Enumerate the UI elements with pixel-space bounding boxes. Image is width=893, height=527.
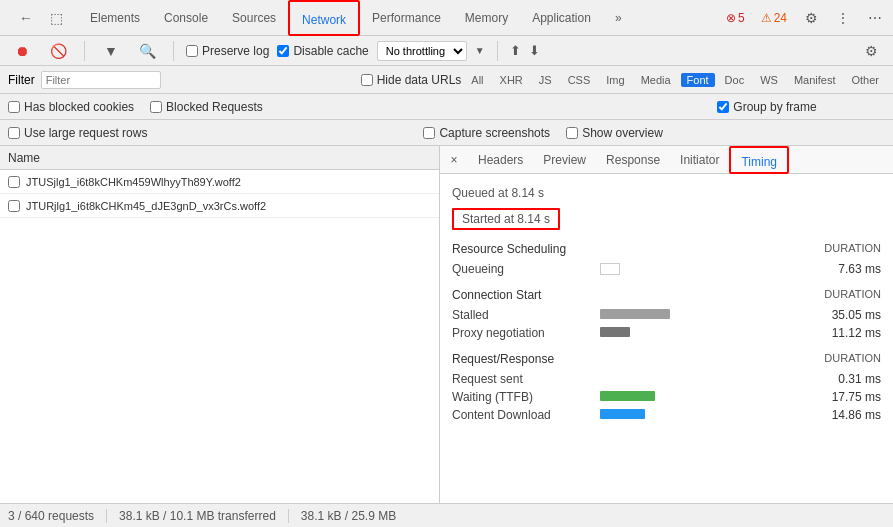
devtools-tab-bar: ← ⬚ Elements Console Sources Network Per…	[0, 0, 893, 36]
error-count: 5	[738, 11, 745, 25]
tab-memory[interactable]: Memory	[453, 0, 520, 36]
tab-preview[interactable]: Preview	[533, 146, 596, 174]
resource-scheduling-section: Resource Scheduling DURATION Queueing 7.…	[452, 242, 881, 278]
filter-manifest[interactable]: Manifest	[788, 73, 842, 87]
request-sent-value: 0.31 ms	[811, 372, 881, 386]
connection-start-section: Connection Start DURATION Stalled 35.05 …	[452, 288, 881, 342]
settings-icon[interactable]: ⚙	[797, 4, 825, 32]
resource-scheduling-header: Resource Scheduling DURATION	[452, 242, 881, 256]
show-overview-label[interactable]: Show overview	[566, 126, 663, 140]
status-bar: 3 / 640 requests 38.1 kB / 10.1 MB trans…	[0, 503, 893, 527]
filter-xhr[interactable]: XHR	[494, 73, 529, 87]
undock-icon[interactable]: ⋯	[861, 4, 889, 32]
filter-type-buttons: Hide data URLs All XHR JS CSS Img Media …	[361, 73, 885, 87]
group-by-frame-label[interactable]: Group by frame	[717, 100, 816, 114]
started-at: Started at 8.14 s	[452, 208, 560, 230]
capture-screenshots-label[interactable]: Capture screenshots	[423, 126, 550, 140]
record-icon[interactable]: ⏺	[8, 37, 36, 65]
use-large-rows-label[interactable]: Use large request rows	[8, 126, 147, 140]
waiting-row: Waiting (TTFB) 17.75 ms	[452, 388, 881, 406]
search-icon[interactable]: 🔍	[133, 37, 161, 65]
blocked-requests-checkbox[interactable]	[150, 101, 162, 113]
preserve-log-label[interactable]: Preserve log	[186, 44, 269, 58]
blocked-cookies-checkbox[interactable]	[8, 101, 20, 113]
clear-icon[interactable]: 🚫	[44, 37, 72, 65]
upload-icon[interactable]: ⬆	[510, 43, 521, 58]
tab-elements[interactable]: Elements	[78, 0, 152, 36]
proxy-row: Proxy negotiation 11.12 ms	[452, 324, 881, 342]
filter-doc[interactable]: Doc	[719, 73, 751, 87]
error-badge: ⊗ 5	[720, 9, 751, 27]
proxy-bar-container	[600, 327, 803, 339]
toolbar-divider1	[84, 41, 85, 61]
tab-performance[interactable]: Performance	[360, 0, 453, 36]
stalled-row: Stalled 35.05 ms	[452, 306, 881, 324]
tab-response[interactable]: Response	[596, 146, 670, 174]
download-icon[interactable]: ⬇	[529, 43, 540, 58]
toolbar-right: ⊗ 5 ⚠ 24 ⚙ ⋮ ⋯	[720, 4, 889, 32]
back-icon[interactable]: ←	[12, 4, 40, 32]
filter-media[interactable]: Media	[635, 73, 677, 87]
options-bar-2: Use large request rows Capture screensho…	[0, 120, 893, 146]
preserve-log-text: Preserve log	[202, 44, 269, 58]
toolbar-divider2	[173, 41, 174, 61]
waiting-value: 17.75 ms	[811, 390, 881, 404]
filter-js[interactable]: JS	[533, 73, 558, 87]
use-large-rows-checkbox[interactable]	[8, 127, 20, 139]
filter-all[interactable]: All	[465, 73, 489, 87]
queueing-value: 7.63 ms	[811, 262, 881, 276]
resource-duration-label: DURATION	[824, 242, 881, 256]
stalled-value: 35.05 ms	[811, 308, 881, 322]
name-column-header: Name	[0, 146, 439, 170]
capture-screenshots-checkbox[interactable]	[423, 127, 435, 139]
stalled-label: Stalled	[452, 308, 592, 322]
blocked-requests-label[interactable]: Blocked Requests	[150, 100, 263, 114]
capture-screenshots-text: Capture screenshots	[439, 126, 550, 140]
request-checkbox-2[interactable]	[8, 200, 20, 212]
filter-font[interactable]: Font	[681, 73, 715, 87]
request-response-label: Request/Response	[452, 352, 554, 366]
tab-network[interactable]: Network	[288, 0, 360, 36]
tab-initiator[interactable]: Initiator	[670, 146, 729, 174]
tab-headers[interactable]: Headers	[468, 146, 533, 174]
tab-sources[interactable]: Sources	[220, 0, 288, 36]
connection-start-header: Connection Start DURATION	[452, 288, 881, 302]
detail-tabs: × Headers Preview Response Initiator Tim…	[440, 146, 893, 174]
filter-img[interactable]: Img	[600, 73, 630, 87]
request-row[interactable]: JTURjlg1_i6t8kCHKm45_dJE3gnD_vx3rCs.woff…	[0, 194, 439, 218]
status-divider-1	[106, 509, 107, 523]
connection-start-label: Connection Start	[452, 288, 541, 302]
preserve-log-checkbox[interactable]	[186, 45, 198, 57]
filter-other[interactable]: Other	[845, 73, 885, 87]
throttle-arrow: ▼	[475, 45, 485, 56]
error-icon: ⊗	[726, 11, 736, 25]
close-button[interactable]: ×	[444, 150, 464, 170]
tab-timing[interactable]: Timing	[729, 146, 789, 174]
filter-input[interactable]	[41, 71, 161, 89]
request-response-section: Request/Response DURATION Request sent 0…	[452, 352, 881, 424]
filter-css[interactable]: CSS	[562, 73, 597, 87]
hide-data-urls-label[interactable]: Hide data URLs	[361, 73, 462, 87]
request-row[interactable]: JTUSjlg1_i6t8kCHKm459WlhyyTh89Y.woff2	[0, 170, 439, 194]
filter-bar: Filter Hide data URLs All XHR JS CSS Img…	[0, 66, 893, 94]
disable-cache-label[interactable]: Disable cache	[277, 44, 368, 58]
more-icon[interactable]: ⋮	[829, 4, 857, 32]
tab-application[interactable]: Application	[520, 0, 603, 36]
hide-data-urls-checkbox[interactable]	[361, 74, 373, 86]
toolbar-divider3	[497, 41, 498, 61]
use-large-rows-text: Use large request rows	[24, 126, 147, 140]
show-overview-checkbox[interactable]	[566, 127, 578, 139]
group-by-frame-checkbox[interactable]	[717, 101, 729, 113]
inspect-icon[interactable]: ⬚	[42, 4, 70, 32]
filter-ws[interactable]: WS	[754, 73, 784, 87]
tab-more[interactable]: »	[603, 0, 634, 36]
disable-cache-checkbox[interactable]	[277, 45, 289, 57]
hide-data-urls-text: Hide data URLs	[377, 73, 462, 87]
warning-count: 24	[774, 11, 787, 25]
request-checkbox-1[interactable]	[8, 176, 20, 188]
network-settings-icon[interactable]: ⚙	[857, 37, 885, 65]
filter-icon[interactable]: ▼	[97, 37, 125, 65]
blocked-cookies-label[interactable]: Has blocked cookies	[8, 100, 134, 114]
throttling-select[interactable]: No throttling	[377, 41, 467, 61]
tab-console[interactable]: Console	[152, 0, 220, 36]
